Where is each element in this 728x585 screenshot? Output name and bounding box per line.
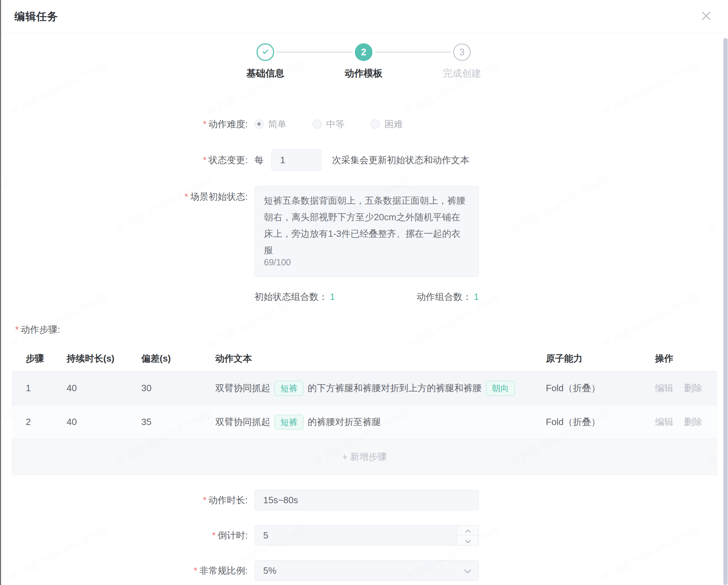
step-3-circle[interactable]: 3 <box>453 43 471 61</box>
header-action-text: 动作文本 <box>215 352 546 365</box>
scene-initial-row: *场景初始状态: 短裤五条数据背面朝上，五条数据正面朝上，裤腰朝右，离头部视野下… <box>1 186 728 277</box>
vertical-scrollbar <box>723 34 728 585</box>
countdown-label: *倒计时: <box>1 529 248 542</box>
modal-backdrop-edge <box>0 0 1 585</box>
table-body: 14030双臂协同抓起短裤的下方裤腿和裤腰对折到上方的裤腿和裤腰朝向Fold（折… <box>12 371 717 439</box>
delete-link[interactable]: 删除 <box>684 416 702 428</box>
radio-icon <box>371 119 380 129</box>
number-spinner <box>457 525 479 545</box>
scrollbar-thumb[interactable] <box>723 38 728 585</box>
required-asterisk: * <box>194 565 197 576</box>
radio-icon <box>313 119 322 129</box>
cell-action-text: 双臂协同抓起短裤的裤腰对折至裤腿 <box>215 415 546 430</box>
cell-step: 1 <box>26 383 67 394</box>
radio-icon <box>254 119 264 129</box>
required-asterisk: * <box>203 155 206 165</box>
check-icon <box>261 47 270 57</box>
action-steps-section-label: *动作步骤: <box>15 324 60 336</box>
delete-link[interactable]: 删除 <box>684 382 702 394</box>
radio-option-medium[interactable]: 中等 <box>313 118 345 130</box>
cell-action-text: 双臂协同抓起短裤的下方裤腿和裤腰对折到上方的裤腿和裤腰朝向 <box>215 381 546 396</box>
cell-ability: Fold（折叠） <box>546 382 655 394</box>
step-3-label: 完成创建 <box>443 67 481 80</box>
required-asterisk: * <box>185 191 188 202</box>
entity-tag: 朝向 <box>486 381 515 396</box>
header-duration: 持续时长(s) <box>67 352 141 365</box>
unusual-ratio-label: *非常规比例: <box>1 565 248 577</box>
step-number: 2 <box>361 47 366 58</box>
duration-input[interactable]: 15s~80s <box>254 490 479 510</box>
cell-operations: 编辑删除 <box>655 416 710 428</box>
header-step: 步骤 <box>26 352 67 365</box>
step-connector <box>375 51 451 53</box>
table-row: 24035双臂协同抓起短裤的裤腰对折至裤腿Fold（折叠）编辑删除 <box>12 405 717 439</box>
entity-tag: 短裤 <box>274 415 303 430</box>
unusual-ratio-select[interactable]: 5% <box>254 560 479 581</box>
entity-tag: 短裤 <box>274 381 303 396</box>
countdown-row: *倒计时: 5 <box>1 525 728 546</box>
header-ability: 原子能力 <box>546 352 655 365</box>
edit-link[interactable]: 编辑 <box>655 382 673 394</box>
step-1-circle[interactable] <box>257 43 274 61</box>
required-asterisk: * <box>203 495 206 505</box>
header-deviation: 偏差(s) <box>141 352 215 365</box>
duration-row: *动作时长: 15s~80s <box>1 490 728 510</box>
required-asterisk: * <box>15 324 19 335</box>
cell-operations: 编辑删除 <box>655 382 710 394</box>
difficulty-label: *动作难度: <box>1 118 248 130</box>
state-change-prefix: 每 <box>254 154 264 166</box>
cell-deviation: 30 <box>141 383 215 394</box>
countdown-input[interactable]: 5 <box>254 525 479 546</box>
page: 编辑任务 2 <box>0 0 728 585</box>
radio-option-easy[interactable]: 简单 <box>254 118 286 130</box>
state-change-label: *状态变更: <box>1 154 248 166</box>
duration-label: *动作时长: <box>1 494 248 506</box>
edit-task-dialog: 编辑任务 2 <box>1 0 728 585</box>
edit-link[interactable]: 编辑 <box>655 416 673 428</box>
action-combo-value: 1 <box>474 291 479 302</box>
step-number: 3 <box>459 47 464 58</box>
step-2-label: 动作模板 <box>345 67 383 80</box>
action-text-segment: 双臂协同抓起 <box>215 416 270 428</box>
add-step-button[interactable]: + 新增步骤 <box>12 439 717 475</box>
state-change-control: 每 1 次采集会更新初始状态和动作文本 <box>254 149 469 171</box>
table-row: 14030双臂协同抓起短裤的下方裤腿和裤腰对折到上方的裤腿和裤腰朝向Fold（折… <box>12 371 717 405</box>
unusual-ratio-row: *非常规比例: 5% <box>1 560 728 581</box>
difficulty-radio-group: 简单 中等 困难 <box>254 118 429 130</box>
chevron-down-icon <box>465 535 471 546</box>
action-steps-table: 步骤 持续时长(s) 偏差(s) 动作文本 原子能力 操作 14030双臂协同抓… <box>12 346 717 475</box>
cell-duration: 40 <box>67 383 141 394</box>
radio-option-hard[interactable]: 困难 <box>371 118 403 130</box>
char-counter: 69/100 <box>264 254 291 271</box>
scene-initial-textarea[interactable]: 短裤五条数据背面朝上，五条数据正面朝上，裤腰朝右，离头部视野下方至少20cm之外… <box>254 186 479 277</box>
action-text-segment: 的下方裤腿和裤腰对折到上方的裤腿和裤腰 <box>308 382 482 394</box>
table-header-row: 步骤 持续时长(s) 偏差(s) 动作文本 原子能力 操作 <box>12 346 717 371</box>
step-2-circle[interactable]: 2 <box>355 43 372 61</box>
spinner-down-button[interactable] <box>457 535 479 545</box>
required-asterisk: * <box>212 530 216 541</box>
state-change-input[interactable]: 1 <box>271 149 321 171</box>
scene-initial-label: *场景初始状态: <box>1 186 248 203</box>
cell-step: 2 <box>26 417 67 427</box>
step-1-label: 基础信息 <box>246 67 284 80</box>
chevron-down-icon <box>464 565 471 576</box>
state-change-row: *状态变更: 每 1 次采集会更新初始状态和动作文本 <box>1 149 728 171</box>
required-asterisk: * <box>203 119 206 129</box>
initial-combo-value: 1 <box>330 291 335 302</box>
state-change-suffix: 次采集会更新初始状态和动作文本 <box>332 154 469 166</box>
difficulty-row: *动作难度: 简单 中等 困难 <box>1 118 728 130</box>
cell-duration: 40 <box>67 417 141 427</box>
action-text-segment: 双臂协同抓起 <box>215 382 270 394</box>
cell-ability: Fold（折叠） <box>546 416 655 428</box>
step-connector <box>277 51 353 53</box>
spinner-up-button[interactable] <box>457 525 479 535</box>
wizard-stepper: 2 3 基础信息 动作模板 完成创建 <box>1 0 728 85</box>
header-operations: 操作 <box>655 352 710 365</box>
action-text-segment: 的裤腰对折至裤腿 <box>308 416 381 428</box>
combos-row: 初始状态组合数：1 动作组合数：1 <box>1 290 728 303</box>
action-combo-count: 动作组合数：1 <box>417 291 479 303</box>
initial-combo-count: 初始状态组合数：1 <box>254 291 335 303</box>
chevron-up-icon <box>465 525 471 536</box>
cell-deviation: 35 <box>141 417 215 427</box>
